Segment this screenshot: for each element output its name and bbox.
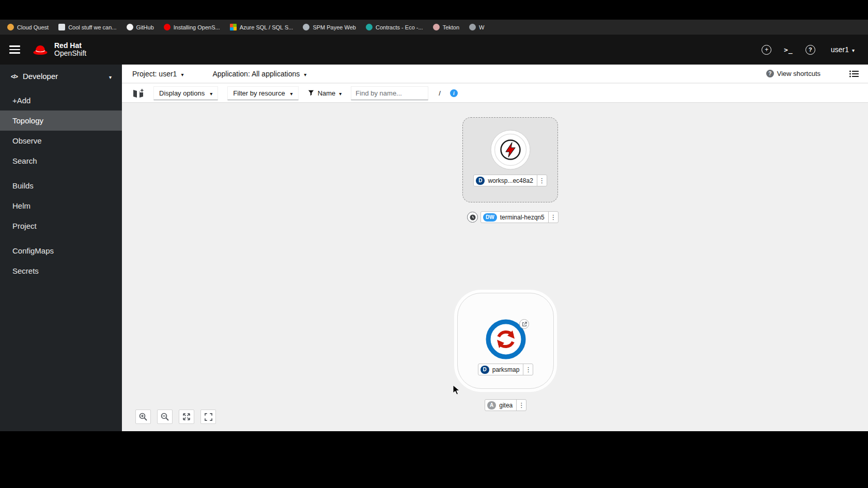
topology-controls [135, 410, 216, 424]
info-icon[interactable] [450, 89, 458, 97]
name-filter-dropdown[interactable]: Name [308, 89, 342, 97]
route-url-decorator[interactable] [519, 319, 529, 329]
find-by-name-input[interactable] [351, 86, 428, 100]
zoom-out-button[interactable] [157, 410, 173, 424]
brand-name-bottom: OpenShift [54, 50, 86, 57]
filter-by-resource-label: Filter by resource [233, 89, 285, 97]
bookmark-contracts[interactable]: Contracts - Eco -... [366, 24, 423, 30]
gitea-group-label[interactable]: A gitea [485, 399, 526, 411]
chevron-down-icon [210, 89, 212, 97]
kebab-menu-icon[interactable] [516, 400, 526, 411]
application-dropdown[interactable]: Application: All applications [212, 70, 306, 78]
perspective-label: Developer [23, 72, 58, 81]
terminal-node-name: terminal-hezqn5 [500, 214, 548, 221]
bookmark-label: Cloud Quest [17, 24, 49, 30]
sidebar-item-search[interactable]: Search [0, 151, 122, 171]
bookmark-w[interactable]: W [469, 24, 484, 30]
sidebar-nav-group-3: ConfigMaps Secrets [0, 241, 122, 281]
topology-toolbar: Display options Filter by resource Name … [122, 84, 868, 103]
project-dropdown[interactable]: Project: user1 [132, 70, 183, 78]
map-plus-icon [132, 88, 144, 98]
bookmark-label: Contracts - Eco -... [376, 24, 423, 30]
bookmark-installing-openshift[interactable]: Installing OpenS... [164, 24, 220, 30]
sidebar-item-project[interactable]: Project [0, 216, 122, 236]
devworkspace-lightning-icon[interactable] [490, 130, 531, 170]
zoom-out-icon [161, 413, 169, 421]
chevron-down-icon [304, 70, 306, 78]
sidebar-item-configmaps[interactable]: ConfigMaps [0, 241, 122, 261]
application-badge: A [487, 401, 496, 410]
chevron-down-icon [290, 89, 293, 97]
project-dropdown-label: Project: user1 [132, 70, 177, 78]
question-circle-icon [766, 70, 774, 77]
sidebar-item-observe[interactable]: Observe [0, 131, 122, 151]
user-menu[interactable]: user1 [831, 45, 855, 54]
chevron-down-icon [109, 72, 112, 81]
bookmark-label: GitHub [136, 24, 154, 30]
workspace-node-name: worksp...ec48a2 [488, 177, 536, 184]
application-dropdown-label: Application: All applications [212, 70, 300, 78]
kebab-menu-icon[interactable] [523, 364, 533, 375]
globe-icon [469, 24, 476, 30]
clock-icon [470, 214, 476, 221]
deployment-badge: D [476, 177, 485, 185]
sidebar-nav-group-2: Builds Helm Project [0, 176, 122, 236]
expand-arrows-icon [182, 413, 191, 421]
zoom-in-icon [139, 413, 147, 421]
display-options-label: Display options [159, 89, 205, 97]
sidebar-item-secrets[interactable]: Secrets [0, 261, 122, 281]
add-to-project-button[interactable] [132, 88, 144, 98]
sidebar-item-builds[interactable]: Builds [0, 176, 122, 196]
bookmark-label: Tekton [443, 24, 459, 30]
bookmark-favicon [366, 24, 373, 30]
display-options-dropdown[interactable]: Display options [153, 86, 218, 100]
sidebar-item-topology[interactable]: Topology [0, 111, 122, 131]
gitea-application-row[interactable]: A gitea [485, 399, 526, 411]
redhat-openshift-logo[interactable]: Red Hat OpenShift [32, 42, 86, 57]
filter-by-resource-dropdown[interactable]: Filter by resource [227, 86, 298, 100]
quick-create-icon[interactable] [762, 45, 771, 55]
bookmark-cloud-quest[interactable]: Cloud Quest [7, 24, 49, 30]
bookmark-label: SPM Payee Web [313, 24, 356, 30]
context-bar: Project: user1 Application: All applicat… [122, 65, 868, 83]
gitea-group-name: gitea [499, 402, 516, 409]
kebab-menu-icon[interactable] [548, 212, 558, 223]
workspace-node-label[interactable]: D worksp...ec48a2 [473, 175, 547, 186]
view-shortcuts-button[interactable]: View shortcuts [766, 70, 820, 77]
masthead: Red Hat OpenShift >_ user1 [0, 35, 868, 65]
parksmap-node[interactable]: D parksmap [457, 293, 554, 389]
fit-to-screen-button[interactable] [179, 410, 194, 424]
bookmark-cool-stuff[interactable]: Cool stuff we can... [58, 24, 116, 30]
view-shortcuts-label: View shortcuts [777, 70, 820, 77]
terminal-workspace-row[interactable]: DW terminal-hezqn5 [467, 211, 559, 223]
perspective-switcher[interactable]: </> Developer [0, 65, 122, 87]
help-icon[interactable] [805, 45, 815, 55]
openshift-icon [164, 24, 171, 30]
code-icon: </> [11, 73, 18, 80]
sidebar-nav-group-1: +Add Topology Observe Search [0, 90, 122, 171]
filter-funnel-icon [308, 90, 314, 96]
parksmap-node-label[interactable]: D parksmap [478, 364, 534, 375]
bookmark-tekton[interactable]: Tekton [433, 24, 459, 30]
workspace-status-decorator-icon[interactable] [467, 212, 478, 223]
hamburger-menu-icon[interactable] [9, 45, 20, 54]
workspace-node[interactable]: D worksp...ec48a2 [462, 117, 558, 202]
terminal-node-label[interactable]: DW terminal-hezqn5 [481, 211, 559, 223]
list-view-toggle-button[interactable] [849, 70, 859, 77]
bookmark-label: W [479, 24, 484, 30]
bookmark-spm-payee[interactable]: SPM Payee Web [303, 24, 356, 30]
sidebar: </> Developer +Add Topology Observe Sear… [0, 65, 122, 431]
name-filter-label: Name [318, 89, 336, 97]
username: user1 [831, 45, 849, 54]
zoom-in-button[interactable] [135, 410, 151, 424]
web-terminal-icon[interactable]: >_ [784, 46, 793, 54]
main-content: Project: user1 Application: All applicat… [122, 65, 868, 431]
fullscreen-brackets-icon [205, 413, 212, 421]
reset-view-button[interactable] [200, 410, 216, 424]
sidebar-item-helm[interactable]: Helm [0, 196, 122, 216]
kebab-menu-icon[interactable] [537, 175, 547, 186]
sidebar-item-add[interactable]: +Add [0, 90, 122, 111]
external-link-icon [522, 322, 527, 327]
bookmark-azure-sql[interactable]: Azure SQL / SQL S... [230, 24, 293, 30]
bookmark-github[interactable]: GitHub [127, 24, 154, 30]
